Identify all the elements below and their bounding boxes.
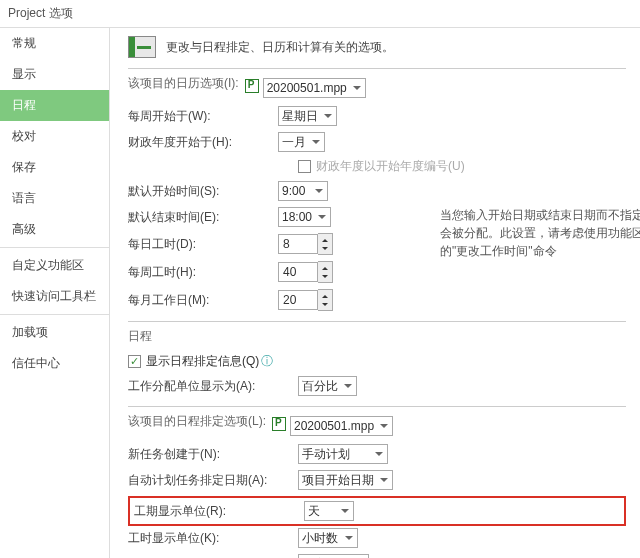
default-start-label: 默认开始时间(S): [128,183,278,200]
sidebar-item-trust[interactable]: 信任中心 [0,348,109,379]
content-pane: 更改与日程排定、日历和计算有关的选项。 该项目的日历选项(I): 2020050… [110,28,640,558]
schedule-heading: 日程 [128,328,626,345]
fy-start-label: 财政年度开始于(H): [128,134,278,151]
dur-unit-select[interactable]: 天 [304,501,354,521]
sidebar-item-save[interactable]: 保存 [0,152,109,183]
sidebar: 常规 显示 日程 校对 保存 语言 高级 自定义功能区 快速访问工具栏 加载项 … [0,28,110,558]
hours-week-spinner[interactable] [278,261,333,283]
window-title: Project 选项 [0,0,640,28]
fy-start-select[interactable]: 一月 [278,132,325,152]
task-type-select[interactable]: 固定单位 [298,554,369,558]
days-month-label: 每月工作日(M): [128,292,278,309]
assign-units-select[interactable]: 百分比 [298,376,357,396]
assign-units-label: 工作分配单位显示为(A): [128,378,298,395]
schedule-icon [128,36,156,58]
work-unit-select[interactable]: 小时数 [298,528,358,548]
cal-project-select[interactable]: 20200501.mpp [263,78,366,98]
project-file-icon [245,79,259,93]
work-unit-label: 工时显示单位(K): [128,530,298,547]
auto-date-select[interactable]: 项目开始日期 [298,470,393,490]
default-end-select[interactable]: 18:00 [278,207,331,227]
sched-opts-heading: 该项目的日程排定选项(L): [128,413,266,430]
dur-unit-label: 工期显示单位(R): [134,503,304,520]
hours-week-label: 每周工时(H): [128,264,278,281]
sidebar-item-advanced[interactable]: 高级 [0,214,109,245]
sidebar-item-display[interactable]: 显示 [0,59,109,90]
cal-opts-heading: 该项目的日历选项(I): [128,75,239,92]
show-info-checkbox[interactable]: 显示日程排定信息(Q) [128,353,259,370]
project-file-icon [272,417,286,431]
week-start-select[interactable]: 星期日 [278,106,337,126]
sidebar-item-schedule[interactable]: 日程 [0,90,109,121]
sched-project-select[interactable]: 20200501.mpp [290,416,393,436]
sidebar-item-language[interactable]: 语言 [0,183,109,214]
new-task-label: 新任务创建于(N): [128,446,298,463]
hours-day-label: 每日工时(D): [128,236,278,253]
sidebar-item-proofing[interactable]: 校对 [0,121,109,152]
info-icon: ⓘ [261,353,273,370]
time-note: 当您输入开始日期或结束日期而不指定时间时，这些时间会被分配。此设置，请考虑使用功… [440,206,640,260]
sidebar-item-qat[interactable]: 快速访问工具栏 [0,281,109,312]
sidebar-item-general[interactable]: 常规 [0,28,109,59]
new-task-select[interactable]: 手动计划 [298,444,388,464]
header-text: 更改与日程排定、日历和计算有关的选项。 [166,39,394,56]
week-start-label: 每周开始于(W): [128,108,278,125]
auto-date-label: 自动计划任务排定日期(A): [128,472,298,489]
default-start-select[interactable]: 9:00 [278,181,328,201]
sidebar-item-customize-ribbon[interactable]: 自定义功能区 [0,250,109,281]
fy-number-checkbox[interactable]: 财政年度以开始年度编号(U) [298,158,465,175]
sidebar-item-addins[interactable]: 加载项 [0,317,109,348]
default-end-label: 默认结束时间(E): [128,209,278,226]
days-month-spinner[interactable] [278,289,333,311]
hours-day-spinner[interactable] [278,233,333,255]
